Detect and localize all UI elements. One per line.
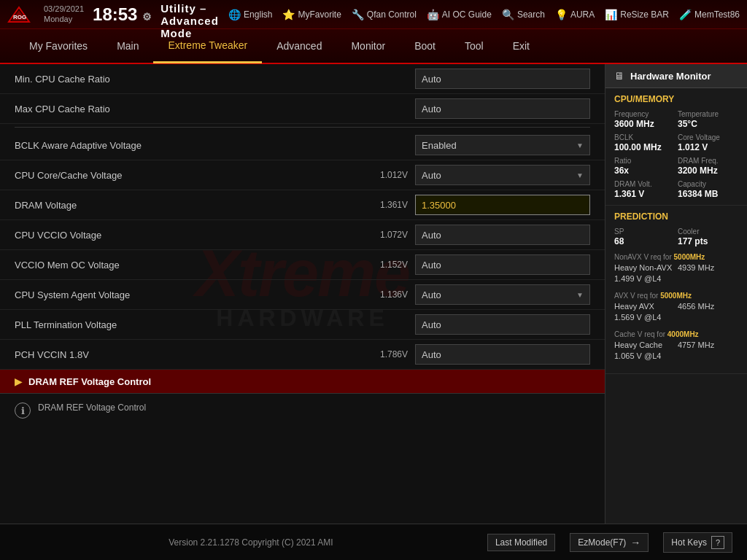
nav-label-monitor: Monitor (351, 40, 385, 52)
pll-termination-voltage-label: PLL Termination Voltage (15, 319, 415, 330)
hardware-monitor-title: Hardware Monitor (630, 71, 711, 82)
last-modified-button[interactable]: Last Modified (487, 534, 555, 551)
frequency-item: Frequency 3600 MHz (614, 110, 675, 129)
bclk-aware-label: BCLK Aware Adaptive Voltage (15, 140, 415, 151)
nav-item-boot[interactable]: Boot (400, 28, 450, 63)
bclk-aware-arrow-icon: ▼ (576, 141, 584, 149)
cache-type: Heavy Cache (614, 340, 675, 351)
cpu-core-cache-voltage-dropdown[interactable]: Auto ▼ (415, 165, 590, 185)
nav-label-exit: Exit (513, 40, 530, 52)
dram-volt-label: DRAM Volt. (614, 180, 675, 189)
nav-item-exit[interactable]: Exit (498, 28, 544, 63)
language-selector[interactable]: 🌐 English (228, 9, 272, 20)
ratio-value: 36x (614, 166, 675, 176)
cpu-memory-section: CPU/Memory Frequency 3600 MHz Temperatur… (605, 88, 747, 206)
rog-logo-icon: ROG (7, 6, 31, 23)
cache-col1: Heavy Cache 1.065 V @L4 (614, 340, 675, 362)
ez-mode-button[interactable]: EzMode(F7) → (570, 533, 649, 552)
pch-vccin-dropdown[interactable]: Auto (415, 344, 590, 365)
core-voltage-value: 1.012 V (678, 142, 738, 152)
hot-keys-button[interactable]: Hot Keys ? (663, 532, 732, 553)
cpu-core-cache-voltage-arrow-icon: ▼ (576, 171, 584, 179)
dram-ref-section-header[interactable]: ▶ DRAM REF Voltage Control (0, 370, 605, 394)
cache-label: Cache V req for 4000MHz (614, 330, 738, 340)
avx-prediction: AVX V req for 5000MHz Heavy AVX 1.569 V … (614, 291, 738, 324)
aura-button[interactable]: 💡 AURA (555, 9, 595, 20)
dram-voltage-dropdown[interactable]: 1.35000 (415, 195, 590, 215)
non-avx-label: NonAVX V req for 5000MHz (614, 252, 738, 262)
hot-keys-icon: ? (711, 536, 724, 549)
cache-voltage: 1.065 V @L4 (614, 351, 675, 362)
setting-pch-vccin: PCH VCCIN 1.8V 1.786V Auto (0, 340, 605, 370)
my-favorite-button[interactable]: ⭐ MyFavorite (282, 9, 341, 20)
resize-bar-button[interactable]: 📊 ReSize BAR (605, 9, 669, 20)
bclk-aware-value: Enabled (422, 140, 457, 151)
dram-freq-value: 3200 MHz (678, 166, 738, 176)
nav-item-tool[interactable]: Tool (450, 28, 498, 63)
nav-item-my-favorites[interactable]: My Favorites (15, 28, 102, 63)
sp-item: SP 68 (614, 228, 675, 246)
cpu-vccio-voltage-value: Auto (422, 230, 441, 241)
footer: Version 2.21.1278 Copyright (C) 2021 AMI… (0, 524, 747, 560)
cache-grid: Heavy Cache 1.065 V @L4 4757 MHz (614, 340, 738, 362)
ai-oc-guide-button[interactable]: 🤖 AI OC Guide (427, 9, 492, 20)
vccio-mem-oc-voltage-dropdown[interactable]: Auto (415, 254, 590, 275)
separator-1 (15, 127, 590, 128)
nav-item-main[interactable]: Main (102, 28, 153, 63)
prediction-section: Prediction SP 68 Cooler 177 pts NonAVX V… (605, 206, 747, 374)
vccio-mem-oc-voltage-value: Auto (422, 260, 441, 271)
nav-item-monitor[interactable]: Monitor (336, 28, 400, 63)
day-text: Monday (44, 15, 84, 24)
capacity-item: Capacity 16384 MB (678, 180, 738, 199)
non-avx-col2: 4939 MHz (678, 262, 738, 285)
cache-freq: 4757 MHz (678, 340, 738, 351)
cpu-memory-section-title: CPU/Memory (614, 94, 738, 104)
avx-grid: Heavy AVX 1.569 V @L4 4656 MHz (614, 301, 738, 324)
min-cpu-cache-ratio-dropdown[interactable]: Auto (415, 69, 590, 89)
info-text: DRAM REF Voltage Control (38, 401, 146, 414)
search-button[interactable]: 🔍 Search (502, 9, 545, 20)
cpu-system-agent-voltage-dropdown[interactable]: Auto ▼ (415, 284, 590, 305)
dram-volt-value: 1.361 V (614, 189, 675, 199)
prediction-section-title: Prediction (614, 211, 738, 222)
core-voltage-label: Core Voltage (678, 133, 738, 142)
nav-item-advanced[interactable]: Advanced (262, 28, 336, 63)
cpu-core-cache-voltage-label: CPU Core/Cache Voltage (15, 170, 368, 181)
bclk-aware-dropdown[interactable]: Enabled ▼ (415, 135, 590, 155)
dram-ref-section-title: DRAM REF Voltage Control (28, 376, 151, 387)
max-cpu-cache-ratio-dropdown[interactable]: Auto (415, 98, 590, 119)
cooler-value: 177 pts (678, 236, 738, 246)
dram-voltage-label: DRAM Voltage (15, 200, 368, 211)
fan-icon: 🔧 (352, 9, 364, 20)
temperature-label: Temperature (678, 110, 738, 119)
nav-label-main: Main (117, 40, 139, 52)
time-text: 18:53 (93, 4, 137, 24)
date-display: 03/29/2021 Monday (44, 4, 84, 23)
search-label: Search (517, 9, 545, 20)
pll-termination-voltage-dropdown[interactable]: Auto (415, 314, 590, 335)
cpu-system-agent-voltage-label: CPU System Agent Voltage (15, 289, 368, 300)
bclk-value: 100.00 MHz (614, 142, 675, 152)
setting-cpu-system-agent-voltage: CPU System Agent Voltage 1.136V Auto ▼ (0, 280, 605, 310)
non-avx-col1: Heavy Non-AVX 1.499 V @L4 (614, 262, 675, 285)
frequency-label: Frequency (614, 110, 675, 119)
memtest-button[interactable]: 🧪 MemTest86 (679, 9, 740, 20)
nav-item-extreme-tweaker[interactable]: Extreme Tweaker (153, 28, 262, 63)
non-avx-type: Heavy Non-AVX (614, 262, 675, 273)
non-avx-voltage: 1.499 V @L4 (614, 273, 675, 284)
dram-freq-label: DRAM Freq. (678, 157, 738, 166)
nav-label-tool: Tool (465, 40, 484, 52)
cpu-core-cache-voltage-reading: 1.012V (368, 170, 408, 180)
cpu-vccio-voltage-dropdown[interactable]: Auto (415, 225, 590, 245)
clock-settings-icon[interactable]: ⚙ (142, 11, 152, 23)
memtest-icon: 🧪 (679, 9, 692, 20)
version-text: Version 2.21.1278 Copyright (C) 2021 AMI (15, 537, 487, 548)
qfan-control-button[interactable]: 🔧 Qfan Control (352, 9, 417, 20)
setting-dram-voltage: DRAM Voltage 1.361V 1.35000 (0, 190, 605, 220)
nav-bar: My Favorites Main Extreme Tweaker Advanc… (0, 29, 747, 64)
cache-col2: 4757 MHz (678, 340, 738, 362)
cooler-item: Cooler 177 pts (678, 228, 738, 246)
ratio-label: Ratio (614, 157, 675, 166)
setting-bclk-aware-adaptive-voltage: BCLK Aware Adaptive Voltage Enabled ▼ (0, 131, 605, 160)
cache-prediction: Cache V req for 4000MHz Heavy Cache 1.06… (614, 330, 738, 362)
